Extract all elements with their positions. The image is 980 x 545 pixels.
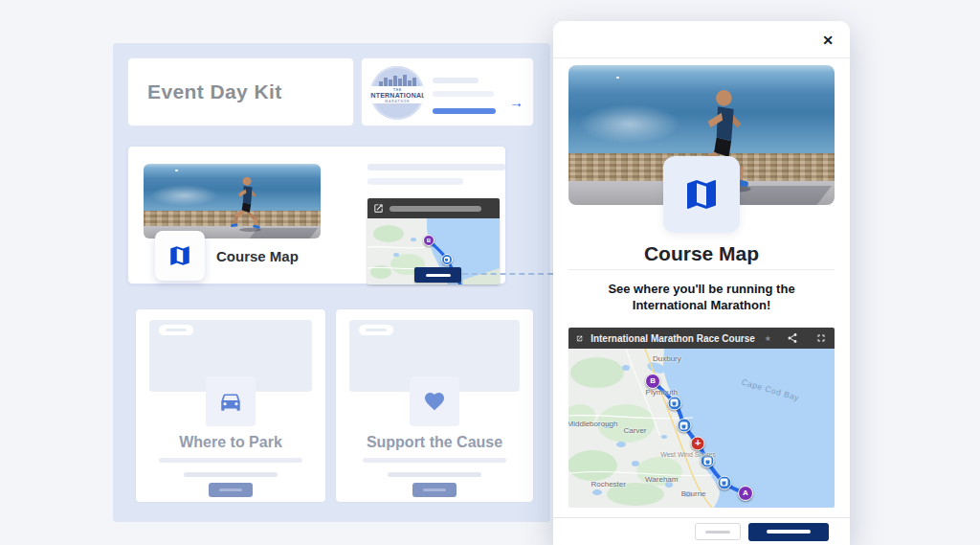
map-icon: [167, 243, 192, 268]
modal-description: See where you'll be running the Internat…: [553, 281, 850, 313]
modal-header: ✕: [553, 21, 850, 58]
map-label: Rochester: [590, 480, 625, 488]
cause-card-title: Support the Cause: [336, 434, 533, 451]
map-marker-start[interactable]: A: [738, 486, 753, 501]
support-cause-card: Support the Cause: [335, 308, 534, 503]
map-label: Bourne: [681, 489, 706, 498]
header-placeholder-lines: [433, 78, 496, 114]
placeholder-line: [368, 178, 463, 185]
ship-dot: [616, 77, 619, 79]
map-marker-medical[interactable]: +: [691, 436, 705, 450]
button-label-placeholder: [423, 488, 446, 491]
cause-card-button[interactable]: [412, 483, 457, 497]
map-label: Plymouth: [646, 387, 678, 396]
placeholder-line: [363, 458, 506, 463]
close-icon[interactable]: ✕: [817, 30, 838, 51]
map-label: Middleborough: [568, 420, 617, 428]
map-label: Wareham: [645, 475, 678, 484]
badge-placeholder: [359, 325, 393, 335]
star-icon[interactable]: ★: [765, 334, 771, 343]
placeholder-line: [390, 206, 481, 212]
mini-map-header: [368, 198, 500, 218]
page-title: Event Day Kit: [147, 80, 282, 103]
placeholder-link-line: [433, 108, 496, 114]
marathon-logo-card[interactable]: THE INTERNATIONAL MARATHON →: [361, 57, 534, 126]
runner-photo: [144, 164, 321, 238]
car-icon-tile: [206, 376, 256, 426]
map-embed-title[interactable]: International Marathon Race Course: [590, 333, 755, 344]
map-icon: [682, 175, 721, 214]
event-kit-panel: Event Day Kit THE INTERNATIONAL MARATHON…: [113, 43, 550, 522]
sea-spray-graphic: [150, 185, 217, 206]
primary-button[interactable]: [748, 523, 829, 541]
map-label: West Wind Shores: [660, 450, 716, 457]
badge-placeholder: [159, 325, 193, 335]
open-course-map-button[interactable]: [414, 267, 461, 283]
arrow-right-icon[interactable]: →: [509, 94, 523, 110]
view-larger-map-icon[interactable]: [576, 332, 583, 345]
button-label-placeholder: [767, 530, 811, 534]
logo-text-the: THE: [393, 87, 402, 91]
button-label-placeholder: [219, 488, 242, 491]
placeholder-line: [184, 472, 278, 477]
course-map-card: Course Map: [127, 146, 506, 284]
sea-spray-graphic: [579, 104, 680, 144]
map-label: Carver: [623, 425, 646, 434]
map-icon-tile: [155, 231, 205, 281]
car-icon: [218, 389, 243, 414]
event-kit-title-card: Event Day Kit: [127, 57, 354, 126]
logo-text-band: THE INTERNATIONAL MARATHON: [370, 86, 424, 103]
modal-title: Course Map: [553, 242, 850, 265]
divider: [568, 269, 835, 270]
screenshot-canvas: Event Day Kit THE INTERNATIONAL MARATHON…: [0, 0, 980, 545]
park-card-title: Where to Park: [136, 434, 325, 451]
heart-icon: [423, 390, 446, 413]
map-marker-water[interactable]: [717, 475, 731, 489]
course-map-modal: ✕: [553, 21, 850, 545]
map-canvas[interactable]: B+ADuxburyPlymouthMiddleboroughCarverWes…: [568, 349, 835, 508]
dashed-connector-line: [462, 273, 553, 275]
button-label-placeholder: [705, 531, 730, 534]
logo-text-international: INTERNATIONAL: [370, 92, 424, 99]
share-icon[interactable]: [787, 332, 798, 344]
map-label: Duxbury: [653, 353, 681, 362]
course-map-label: Course Map: [216, 248, 299, 264]
map-marker-finish[interactable]: B: [423, 235, 434, 246]
google-map-embed[interactable]: International Marathon Race Course ★: [568, 328, 835, 508]
map-marker-water[interactable]: [667, 396, 681, 410]
park-card-button[interactable]: [209, 483, 253, 497]
logo-text-marathon: MARATHON: [385, 99, 410, 102]
map-embed-header: International Marathon Race Course ★: [568, 328, 835, 349]
skyline-graphic: [376, 74, 418, 87]
placeholder-line: [433, 91, 494, 97]
map-marker-water[interactable]: [441, 254, 453, 265]
heart-icon-tile: [410, 376, 459, 426]
international-marathon-logo: THE INTERNATIONAL MARATHON: [370, 66, 424, 120]
button-label-placeholder: [426, 274, 451, 277]
map-marker-water[interactable]: [677, 419, 691, 433]
view-larger-map-icon[interactable]: [373, 203, 384, 214]
placeholder-line: [368, 164, 505, 170]
placeholder-line: [433, 78, 479, 83]
placeholder-line: [388, 472, 481, 477]
placeholder-line: [159, 458, 302, 463]
map-icon-tile-large: [663, 156, 740, 233]
runner-silhouette: [221, 173, 275, 233]
secondary-button[interactable]: [695, 523, 741, 540]
modal-footer: [553, 517, 850, 545]
fullscreen-icon[interactable]: [815, 332, 827, 344]
where-to-park-card: Where to Park: [135, 308, 326, 503]
